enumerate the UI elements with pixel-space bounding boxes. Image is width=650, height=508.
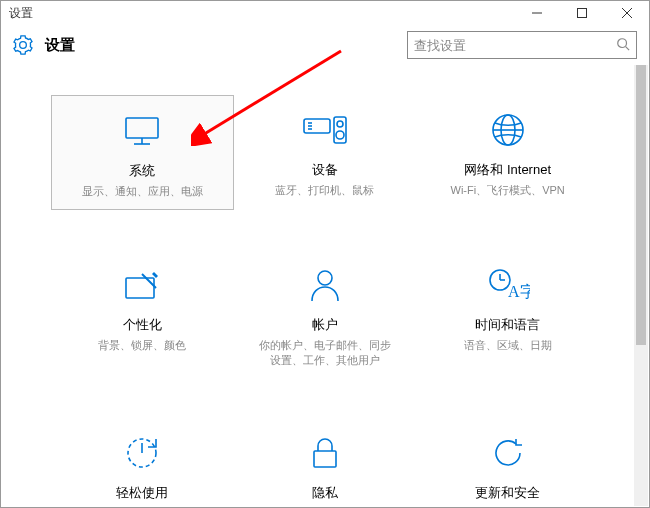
titlebar: 设置: [1, 1, 649, 25]
tile-update-security[interactable]: 更新和安全: [416, 418, 599, 507]
svg-point-15: [336, 131, 344, 139]
tile-title: 设备: [312, 161, 338, 179]
tile-title: 时间和语言: [475, 316, 540, 334]
svg-rect-6: [126, 118, 158, 138]
tile-title: 帐户: [312, 316, 338, 334]
settings-window: 设置 设置: [0, 0, 650, 508]
vertical-scrollbar[interactable]: [634, 65, 648, 506]
gear-icon: [13, 35, 33, 55]
tile-time-language[interactable]: A字 时间和语言 语音、区域、日期: [416, 250, 599, 378]
tile-desc: 背景、锁屏、颜色: [98, 338, 186, 353]
tile-desc: 你的帐户、电子邮件、同步设置、工作、其他用户: [255, 338, 395, 368]
minimize-icon: [532, 8, 542, 18]
page-title: 设置: [45, 36, 75, 55]
tile-desc: Wi-Fi、飞行模式、VPN: [451, 183, 565, 198]
maximize-button[interactable]: [559, 1, 604, 25]
svg-rect-28: [314, 451, 336, 467]
header: 设置: [1, 25, 649, 65]
tile-privacy[interactable]: 隐私: [234, 418, 417, 507]
svg-rect-1: [577, 9, 586, 18]
tile-ease-of-access[interactable]: 轻松使用: [51, 418, 234, 507]
time-language-icon: A字: [486, 264, 530, 306]
update-icon: [490, 432, 526, 474]
tile-personalization[interactable]: 个性化 背景、锁屏、颜色: [51, 250, 234, 378]
close-button[interactable]: [604, 1, 649, 25]
lock-icon: [310, 432, 340, 474]
maximize-icon: [577, 8, 587, 18]
content-area: 系统 显示、通知、应用、电源 设备 蓝牙、打印机、鼠标 网络和 Internet…: [1, 65, 649, 507]
tile-desc: 显示、通知、应用、电源: [82, 184, 203, 199]
tile-desc: 语音、区域、日期: [464, 338, 552, 353]
search-input[interactable]: [414, 38, 616, 53]
window-title: 设置: [9, 5, 33, 22]
search-icon: [616, 37, 630, 54]
tile-title: 轻松使用: [116, 484, 168, 502]
close-icon: [622, 8, 632, 18]
accounts-icon: [308, 264, 342, 306]
svg-line-5: [626, 46, 630, 50]
tile-devices[interactable]: 设备 蓝牙、打印机、鼠标: [234, 95, 417, 210]
ease-of-access-icon: [124, 432, 160, 474]
tile-title: 网络和 Internet: [464, 161, 551, 179]
tile-accounts[interactable]: 帐户 你的帐户、电子邮件、同步设置、工作、其他用户: [234, 250, 417, 378]
tile-network[interactable]: 网络和 Internet Wi-Fi、飞行模式、VPN: [416, 95, 599, 210]
tile-title: 系统: [129, 162, 155, 180]
minimize-button[interactable]: [514, 1, 559, 25]
svg-point-14: [337, 121, 343, 127]
svg-point-4: [618, 38, 627, 47]
tile-title: 更新和安全: [475, 484, 540, 502]
personalization-icon: [122, 264, 162, 306]
svg-text:A字: A字: [508, 283, 530, 300]
tile-title: 隐私: [312, 484, 338, 502]
devices-icon: [302, 109, 348, 151]
tiles-grid: 系统 显示、通知、应用、电源 设备 蓝牙、打印机、鼠标 网络和 Internet…: [11, 85, 639, 507]
tile-desc: 蓝牙、打印机、鼠标: [275, 183, 374, 198]
system-icon: [122, 110, 162, 152]
tile-title: 个性化: [123, 316, 162, 334]
svg-point-21: [318, 271, 332, 285]
svg-rect-9: [304, 119, 330, 133]
globe-icon: [490, 109, 526, 151]
search-box[interactable]: [407, 31, 637, 59]
scrollbar-thumb[interactable]: [636, 65, 646, 345]
tile-system[interactable]: 系统 显示、通知、应用、电源: [51, 95, 234, 210]
